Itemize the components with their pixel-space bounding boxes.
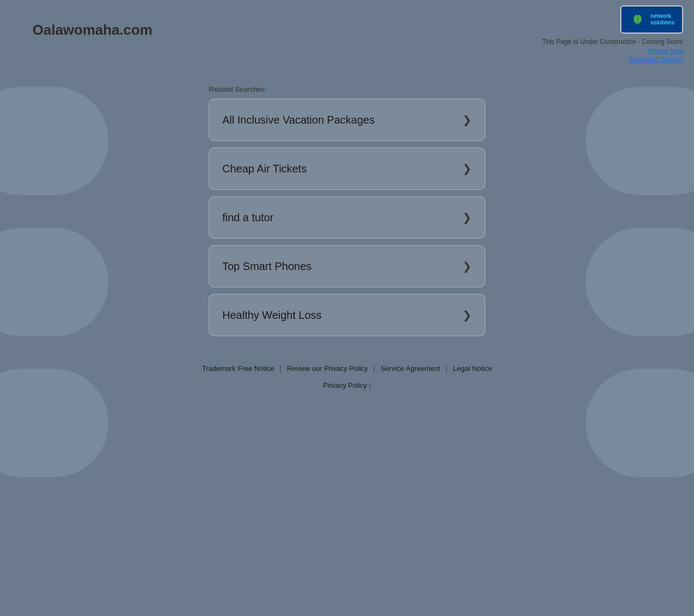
chevron-right-icon: ❯ xyxy=(462,309,472,322)
network-solutions-logo: network solutions xyxy=(620,5,683,34)
search-item-text: Top Smart Phones xyxy=(222,260,312,273)
header-links: Renew Now Backorder Domain xyxy=(629,47,683,63)
search-item-text: Healthy Weight Loss xyxy=(222,309,322,322)
search-items-list: All Inclusive Vacation Packages❯Cheap Ai… xyxy=(209,99,485,343)
search-item-text: find a tutor xyxy=(222,211,274,224)
privacy-policy-link[interactable]: Privacy Policy xyxy=(323,381,367,389)
footer-links-row: Trademark Free Notice|Review our Privacy… xyxy=(196,364,497,373)
footer-link[interactable]: Review our Privacy Policy xyxy=(281,364,374,373)
chevron-right-icon: ❯ xyxy=(462,211,472,224)
search-item-text: All Inclusive Vacation Packages xyxy=(222,114,375,126)
main-content: Related Searches: All Inclusive Vacation… xyxy=(0,69,694,343)
search-item[interactable]: find a tutor❯ xyxy=(209,196,485,239)
chevron-right-icon: ❯ xyxy=(462,162,472,175)
header-right: network solutions This Page Is Under Con… xyxy=(542,5,683,63)
footer-link[interactable]: Legal Notice xyxy=(447,364,497,373)
search-item[interactable]: Cheap Air Tickets❯ xyxy=(209,147,485,190)
renew-now-link[interactable]: Renew Now xyxy=(648,47,683,55)
header-status-text: This Page Is Under Construction - Coming… xyxy=(542,38,683,46)
search-item[interactable]: Top Smart Phones❯ xyxy=(209,245,485,287)
header: Oalawomaha.com network solutions This Pa… xyxy=(0,0,694,69)
chevron-right-icon: ❯ xyxy=(462,113,472,126)
backorder-domain-link[interactable]: Backorder Domain xyxy=(629,56,683,63)
search-item[interactable]: All Inclusive Vacation Packages❯ xyxy=(209,99,485,141)
site-title[interactable]: Oalawomaha.com xyxy=(33,22,152,39)
ns-logo-icon xyxy=(629,11,646,28)
ns-logo-text: network solutions xyxy=(651,13,674,26)
footer: Trademark Free Notice|Review our Privacy… xyxy=(0,343,694,400)
related-searches-label: Related Searches: xyxy=(209,85,485,93)
search-item-text: Cheap Air Tickets xyxy=(222,163,307,175)
chevron-right-icon: ❯ xyxy=(462,260,472,273)
footer-privacy-row: Privacy Policy | xyxy=(323,381,371,389)
footer-link[interactable]: Service Agreement xyxy=(375,364,446,373)
search-item[interactable]: Healthy Weight Loss❯ xyxy=(209,294,485,336)
footer-link[interactable]: Trademark Free Notice xyxy=(196,364,279,373)
footer-privacy-pipe: | xyxy=(369,381,371,389)
